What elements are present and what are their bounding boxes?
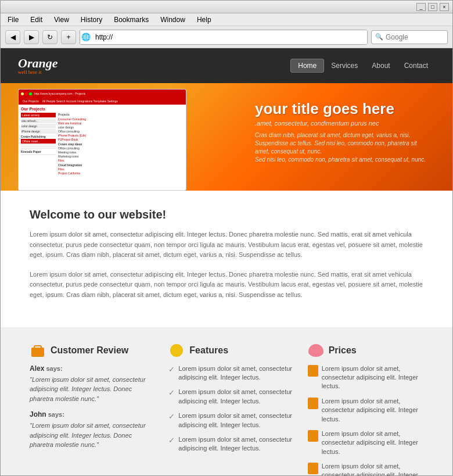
screenshot-header: http://www.byaccompany.com - Projects: [19, 90, 186, 98]
price-box-icon: [308, 463, 318, 474]
title-bar: _ □ ×: [1, 1, 452, 13]
address-bar-wrapper: 🌐: [80, 30, 368, 45]
globe-icon: 🌐: [80, 30, 92, 44]
price-item-3: Lorem ipsum dolor sit amet, consectetur …: [308, 430, 435, 456]
circle-icon: [168, 345, 185, 356]
price-box-icon: [308, 398, 318, 409]
features-title: Features: [189, 345, 228, 356]
three-col-section: Customer Review Alex says: "Lorem ipsum …: [1, 327, 452, 475]
hero-desc: Cras diam nibh, placerat sit amet, dictu…: [255, 131, 429, 164]
feature-item-4: ✓ Lorem ipsum dolor sit amet, consectetu…: [168, 435, 296, 453]
close-button[interactable]: ×: [440, 3, 449, 11]
piggy-icon: [308, 345, 324, 356]
minimize-button[interactable]: _: [416, 3, 426, 11]
price-item-1: Lorem ipsum dolor sit amet, consectetur …: [308, 364, 435, 391]
checkmark-icon: ✓: [168, 436, 175, 445]
search-input[interactable]: [386, 33, 444, 41]
menu-history[interactable]: History: [78, 15, 105, 25]
price-box-icon: [308, 365, 318, 377]
feature-item-3: ✓ Lorem ipsum dolor sit amet, consectetu…: [168, 411, 296, 430]
review-item-2: John says: "Lorem ipsum dolor sit amet, …: [30, 410, 157, 450]
screenshot-body: Our Projects Latest activity site refres…: [19, 105, 186, 177]
features-column: Features ✓ Lorem ipsum dolor sit amet, c…: [168, 345, 296, 475]
checkmark-icon: ✓: [168, 388, 175, 397]
menu-window[interactable]: Window: [158, 15, 188, 25]
feature-item-2: ✓ Lorem ipsum dolor sit amet, consectetu…: [168, 388, 296, 406]
checkmark-icon: ✓: [168, 412, 175, 421]
search-icon: 🔍: [375, 33, 383, 41]
nav-home[interactable]: Home: [290, 59, 324, 73]
site-logo: Orange well here it: [18, 57, 57, 75]
review-column: Customer Review Alex says: "Lorem ipsum …: [30, 345, 157, 475]
menu-bookmarks[interactable]: Bookmarks: [112, 15, 151, 25]
refresh-button[interactable]: ↻: [42, 30, 57, 44]
site-header: Orange well here it Home Services About …: [1, 48, 452, 83]
back-button[interactable]: ◀: [5, 30, 20, 44]
screenshot-nav: Our Projects All People Search Account I…: [19, 98, 186, 105]
review-item-1: Alex says: "Lorem ipsum dolor sit amet, …: [30, 364, 157, 404]
menu-edit[interactable]: Edit: [28, 15, 45, 25]
newtab-button[interactable]: +: [61, 30, 76, 44]
feature-item-1: ✓ Lorem ipsum dolor sit amet, consectetu…: [168, 364, 296, 382]
menu-file[interactable]: File: [5, 15, 21, 25]
menu-bar: File Edit View History Bookmarks Window …: [1, 13, 452, 26]
browser-window: _ □ × File Edit View History Bookmarks W…: [0, 0, 453, 476]
hero-screenshot: http://www.byaccompany.com - Projects Ou…: [18, 89, 186, 191]
menu-view[interactable]: View: [52, 15, 71, 25]
price-item-4: Lorem ipsum dolor sit amet, consectetur …: [308, 462, 435, 475]
site-content: Orange well here it Home Services About …: [1, 48, 452, 475]
main-content: Welcome to our website! Lorem ipsum dolo…: [1, 191, 452, 327]
price-item-2: Lorem ipsum dolor sit amet, consectetur …: [308, 397, 435, 424]
review-title: Customer Review: [51, 345, 128, 356]
hero-title: your title goes here: [255, 101, 429, 117]
nav-about[interactable]: About: [365, 59, 397, 72]
forward-button[interactable]: ▶: [24, 30, 39, 44]
welcome-title: Welcome to our website!: [30, 208, 423, 221]
features-header: Features: [168, 345, 296, 356]
prices-title: Prices: [329, 345, 357, 356]
nav-contact[interactable]: Contact: [397, 59, 435, 72]
hero-text: your title goes here .amet, consectetur,…: [255, 101, 429, 164]
nav-bar: ◀ ▶ ↻ + 🌐 🔍: [1, 26, 452, 48]
site-nav: Home Services About Contact: [290, 59, 435, 73]
nav-services[interactable]: Services: [324, 59, 365, 72]
price-box-icon: [308, 430, 318, 442]
review-text-2: "Lorem ipsum dolor sit amet, consectetur…: [30, 421, 157, 450]
address-input[interactable]: [92, 30, 367, 44]
menu-help[interactable]: Help: [195, 15, 214, 25]
review-header: Customer Review: [30, 345, 157, 356]
welcome-para1: Lorem ipsum dolor sit amet, consectetur …: [30, 230, 423, 260]
prices-column: Prices Lorem ipsum dolor sit amet, conse…: [308, 345, 435, 475]
checkmark-icon: ✓: [168, 365, 175, 374]
maximize-button[interactable]: □: [428, 3, 437, 11]
prices-header: Prices: [308, 345, 435, 356]
welcome-para2: Lorem ipsum dolor sit amet, consectetur …: [30, 270, 423, 300]
bag-icon: [30, 345, 46, 356]
hero-banner: http://www.byaccompany.com - Projects Ou…: [1, 83, 452, 191]
review-text-1: "Lorem ipsum dolor sit amet, consectetur…: [30, 375, 157, 404]
window-controls: _ □ ×: [416, 3, 449, 11]
search-bar: 🔍: [371, 30, 448, 44]
hero-subtitle: .amet, consectetur, condimentum purus ne…: [255, 120, 429, 127]
